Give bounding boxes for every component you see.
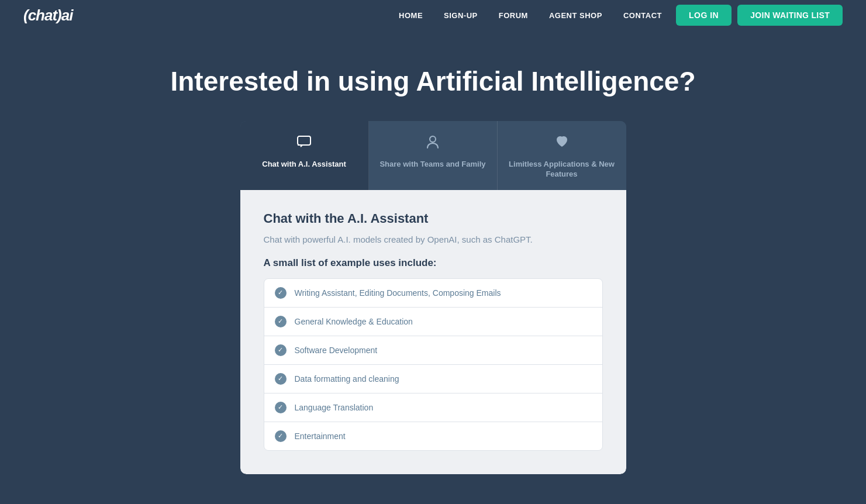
navbar: (chat)ai HOME SIGN-UP FORUM AGENT SHOP C… xyxy=(0,0,866,30)
nav-home[interactable]: HOME xyxy=(399,11,423,20)
check-icon-2: ✓ xyxy=(275,316,287,327)
nav-signup[interactable]: SIGN-UP xyxy=(444,11,478,20)
hero-section: Interested in using Artificial Intellige… xyxy=(0,30,866,121)
hero-heading: Interested in using Artificial Intellige… xyxy=(12,65,854,98)
check-icon-6: ✓ xyxy=(275,430,287,442)
list-item: ✓ Language Translation xyxy=(264,393,602,422)
share-icon xyxy=(425,134,441,154)
tab-limitless-label: Limitless Applications & New Features xyxy=(507,160,617,179)
content-list-title: A small list of example uses include: xyxy=(264,257,603,269)
list-item: ✓ Entertainment xyxy=(264,422,602,450)
chat-icon xyxy=(296,134,312,154)
svg-rect-0 xyxy=(298,136,310,145)
brand-logo: (chat)ai xyxy=(23,6,73,25)
list-item: ✓ Writing Assistant, Editing Documents, … xyxy=(264,279,602,308)
heart-icon xyxy=(554,134,570,154)
tab-limitless[interactable]: Limitless Applications & New Features xyxy=(498,121,626,190)
check-icon-1: ✓ xyxy=(275,287,287,299)
nav-agent-shop[interactable]: AGENT SHOP xyxy=(549,11,602,20)
tab-chat[interactable]: Chat with A.I. Assistant xyxy=(240,121,369,190)
content-description: Chat with powerful A.I. models created b… xyxy=(264,234,603,244)
join-waiting-list-button[interactable]: JOIN WAITING LIST xyxy=(737,5,843,26)
check-icon-3: ✓ xyxy=(275,344,287,356)
tab-share[interactable]: Share with Teams and Family xyxy=(369,121,498,190)
nav-links: HOME SIGN-UP FORUM AGENT SHOP CONTACT xyxy=(399,10,662,20)
svg-point-1 xyxy=(430,136,436,142)
nav-forum[interactable]: FORUM xyxy=(499,11,528,20)
feature-list: ✓ Writing Assistant, Editing Documents, … xyxy=(264,278,603,451)
list-item: ✓ Data formatting and cleaning xyxy=(264,365,602,393)
check-icon-4: ✓ xyxy=(275,373,287,385)
check-icon-5: ✓ xyxy=(275,402,287,413)
list-item: ✓ General Knowledge & Education xyxy=(264,308,602,336)
login-button[interactable]: LOG IN xyxy=(676,5,732,26)
nav-contact[interactable]: CONTACT xyxy=(623,11,662,20)
tabs-header: Chat with A.I. Assistant Share with Team… xyxy=(240,121,626,190)
tab-content-panel: Chat with the A.I. Assistant Chat with p… xyxy=(240,190,626,474)
tab-chat-label: Chat with A.I. Assistant xyxy=(262,160,346,170)
list-item: ✓ Software Development xyxy=(264,336,602,365)
tab-share-label: Share with Teams and Family xyxy=(379,160,485,170)
feature-tabs: Chat with A.I. Assistant Share with Team… xyxy=(240,121,626,474)
content-title: Chat with the A.I. Assistant xyxy=(264,211,603,226)
